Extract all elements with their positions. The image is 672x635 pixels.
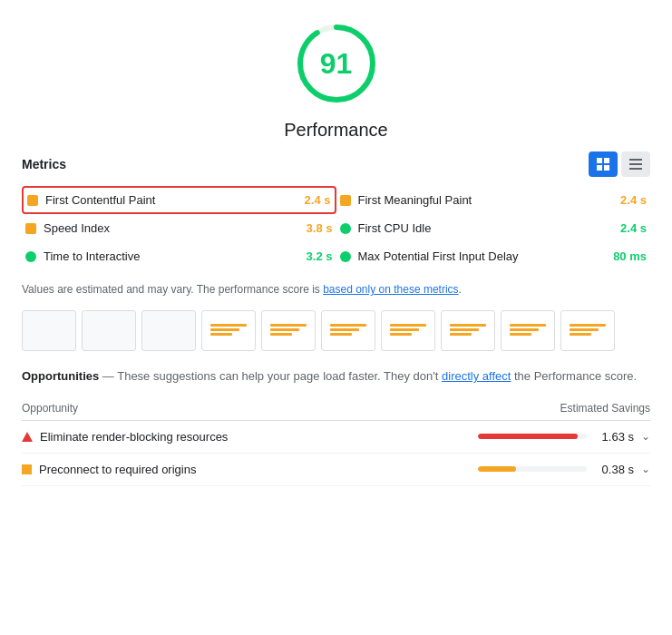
svg-rect-6: [629, 159, 642, 161]
thumbnail-8: [441, 310, 495, 351]
metrics-grid: First Contentful Paint 2.4 s First Meani…: [22, 186, 650, 270]
opp-name-preconnect: Preconnect to required origins: [39, 463, 471, 476]
metric-dot-si: [25, 223, 36, 234]
score-circle: 91: [291, 18, 382, 109]
thumbnail-6: [321, 310, 375, 351]
metrics-title: Metrics: [22, 157, 66, 171]
svg-rect-3: [604, 158, 609, 163]
thumbnail-4: [201, 310, 256, 351]
metric-name-tti: Time to Interactive: [44, 249, 299, 263]
metric-name-mpfid: Max Potential First Input Delay: [358, 249, 607, 263]
opp-item-render-blocking[interactable]: Eliminate render-blocking resources 1.63…: [22, 421, 650, 454]
metric-value-tti: 3.2 s: [307, 249, 333, 263]
metric-dot-fcp: [27, 195, 38, 206]
metric-name-fcp: First Contentful Paint: [45, 193, 297, 207]
metric-max-potential-fid: Max Potential First Input Delay 80 ms: [336, 242, 651, 270]
metrics-link[interactable]: based only on these metrics: [323, 283, 458, 296]
chevron-down-icon-2[interactable]: ⌄: [641, 463, 650, 475]
metric-time-to-interactive: Time to Interactive 3.2 s: [22, 242, 336, 270]
metric-first-cpu-idle: First CPU Idle 2.4 s: [336, 214, 651, 242]
metric-dot-fmp: [340, 195, 351, 206]
thumbnail-1: [22, 310, 76, 351]
opportunities-header: Opportunities — These suggestions can he…: [22, 367, 650, 386]
svg-rect-8: [629, 168, 642, 170]
directly-affect-link[interactable]: directly affect: [442, 369, 511, 383]
metric-name-fmp: First Meaningful Paint: [358, 193, 614, 207]
score-value: 91: [320, 47, 353, 81]
metric-dot-mpfid: [340, 251, 351, 262]
metric-dot-tti: [25, 251, 36, 262]
thumbnail-7: [381, 310, 435, 351]
opp-item-preconnect[interactable]: Preconnect to required origins 0.38 s ⌄: [22, 454, 650, 486]
col-opportunity: Opportunity: [22, 402, 78, 415]
metric-value-fmp: 2.4 s: [620, 193, 647, 207]
opp-bar-fill-preconnect: [478, 466, 516, 472]
chevron-down-icon-1[interactable]: ⌄: [641, 430, 650, 443]
opp-savings-render-blocking: 1.63 s: [594, 430, 634, 444]
opp-savings-preconnect: 0.38 s: [594, 463, 634, 476]
thumbnail-5: [261, 310, 316, 351]
svg-rect-4: [597, 165, 602, 171]
opp-bar-preconnect: [478, 466, 587, 472]
thumbnail-3: [141, 310, 196, 351]
view-toggle: [589, 151, 650, 177]
metric-value-mpfid: 80 ms: [613, 249, 647, 263]
thumbnail-9: [501, 310, 555, 351]
col-savings: Estimated Savings: [560, 402, 650, 415]
opp-name-render-blocking: Eliminate render-blocking resources: [40, 430, 471, 444]
metric-value-fci: 2.4 s: [620, 221, 647, 235]
svg-rect-5: [604, 165, 609, 171]
performance-label: Performance: [284, 120, 388, 141]
thumbnail-10: [560, 310, 615, 351]
metric-first-contentful-paint: First Contentful Paint 2.4 s: [22, 186, 336, 214]
metric-name-fci: First CPU Idle: [358, 221, 614, 235]
square-orange-icon: [22, 464, 32, 474]
svg-rect-7: [629, 163, 642, 165]
opportunities-table-header: Opportunity Estimated Savings: [22, 398, 650, 421]
metric-name-si: Speed Index: [44, 221, 299, 235]
metrics-header: Metrics: [22, 151, 650, 177]
opp-bar-render-blocking: [478, 434, 587, 439]
metric-first-meaningful-paint: First Meaningful Paint 2.4 s: [336, 186, 651, 214]
metric-speed-index: Speed Index 3.8 s: [22, 214, 336, 242]
list-view-button[interactable]: [621, 151, 650, 177]
opp-bar-fill-render-blocking: [478, 434, 578, 439]
metric-dot-fci: [340, 223, 351, 234]
info-text: Values are estimated and may vary. The p…: [22, 281, 650, 298]
grid-view-button[interactable]: [589, 151, 618, 177]
svg-rect-2: [597, 158, 602, 163]
thumbnail-2: [82, 310, 136, 351]
triangle-red-icon: [22, 432, 33, 442]
score-section: 91 Performance: [22, 18, 650, 141]
metric-value-fcp: 2.4 s: [305, 193, 331, 207]
thumbnails-row: [22, 310, 650, 351]
metric-value-si: 3.8 s: [307, 221, 333, 235]
